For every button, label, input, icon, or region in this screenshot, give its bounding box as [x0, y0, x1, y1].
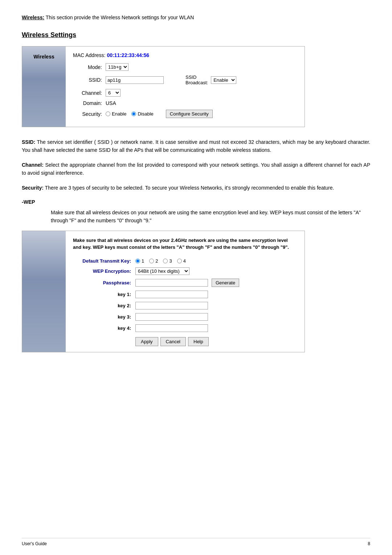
transmit-key-2-label: 2	[155, 258, 158, 264]
page-footer: User's Guide 8	[22, 538, 370, 546]
transmit-key-4-option[interactable]: 4	[177, 258, 186, 264]
header-text: This section provide the Wireless Networ…	[44, 15, 194, 20]
transmit-key-2-radio[interactable]	[149, 259, 154, 263]
transmit-key-1-option[interactable]: 1	[135, 258, 144, 264]
domain-value: USA	[106, 100, 116, 106]
wep-encryption-select[interactable]: 64Bit (10 hex digits) 128Bit (26 hex dig…	[135, 267, 189, 275]
configure-security-button[interactable]: Configure Security	[166, 110, 213, 118]
transmit-key-4-radio[interactable]	[177, 259, 182, 263]
security-radio-group: Enable Disable Configure Security	[106, 110, 213, 118]
mode-select[interactable]: 11b+g 11b 11g	[106, 63, 128, 71]
footer-right: 8	[368, 541, 370, 546]
wep-config-box: Make sure that all wireless devices on y…	[22, 231, 305, 352]
key2-row: key 2:	[73, 302, 297, 309]
wireless-settings-box: Wireless MAC Address: 00:11:22:33:44:56 …	[22, 46, 305, 127]
key1-input[interactable]	[135, 291, 208, 298]
key4-input[interactable]	[135, 324, 208, 332]
ws-sidebar: Wireless	[22, 46, 66, 127]
ssid-input[interactable]	[106, 76, 164, 84]
wep-indent-text: Make sure that all wireless devices on y…	[22, 208, 370, 225]
key4-row: key 4:	[73, 324, 297, 332]
channel-row: Channel: 6 12345 7891011	[73, 89, 297, 97]
passphrase-row: Passphrase: Generate	[73, 279, 297, 287]
domain-row: Domain: USA	[73, 100, 297, 106]
ws-content: MAC Address: 00:11:22:33:44:56 Mode: 11b…	[66, 46, 305, 127]
channel-label: Channel:	[73, 90, 102, 96]
channel-select[interactable]: 6 12345 7891011	[106, 89, 121, 97]
channel-desc-bold: Channel:	[22, 162, 44, 168]
transmit-key-3-radio[interactable]	[163, 259, 168, 263]
security-enable-radio[interactable]	[106, 112, 110, 116]
key1-label: key 1:	[73, 292, 131, 297]
mac-address-row: MAC Address: 00:11:22:33:44:56	[73, 52, 297, 58]
wireless-link: Wireless:	[22, 15, 44, 20]
mac-label: MAC Address:	[73, 52, 107, 58]
transmit-key-1-radio[interactable]	[135, 259, 140, 263]
ssid-field	[106, 76, 164, 84]
key4-label: key 4:	[73, 325, 131, 331]
security-disable-label: Disable	[138, 111, 153, 117]
ssid-desc-text: The service set identifier ( SSID ) or n…	[22, 139, 370, 153]
wep-sidebar	[22, 231, 66, 352]
wep-encryption-row: WEP Encryption: 64Bit (10 hex digits) 12…	[73, 267, 297, 275]
mode-label: Mode:	[73, 64, 102, 70]
footer-left: User's Guide	[22, 541, 47, 546]
ssid-desc-bold: SSID:	[22, 139, 35, 145]
wep-bottom-buttons: Apply Cancel Help	[135, 337, 297, 346]
key2-label: key 2:	[73, 303, 131, 308]
default-transmit-key-row: Default Transmit Key: 1 2 3	[73, 258, 297, 264]
domain-label: Domain:	[73, 100, 102, 106]
security-disable-radio[interactable]	[131, 112, 136, 116]
ssid-broadcast-label: SSIDBroadcast:	[185, 74, 208, 85]
transmit-key-2-option[interactable]: 2	[149, 258, 158, 264]
channel-description: Channel: Select the appropriate channel …	[22, 161, 370, 177]
security-label: Security:	[73, 111, 102, 117]
transmit-key-radio-group: 1 2 3 4	[135, 258, 186, 264]
passphrase-input[interactable]	[135, 279, 208, 287]
security-enable-label: Enable	[112, 111, 126, 117]
help-button[interactable]: Help	[188, 337, 209, 346]
transmit-key-3-option[interactable]: 3	[163, 258, 172, 264]
channel-field: 6 12345 7891011	[106, 89, 121, 97]
page-header: Wireless: This section provide the Wirel…	[22, 15, 370, 20]
key3-label: key 3:	[73, 314, 131, 320]
security-disable-option[interactable]: Disable	[131, 111, 153, 117]
mode-field: 11b+g 11b 11g	[106, 63, 128, 71]
wep-section: -WEP Make sure that all wireless devices…	[22, 199, 370, 352]
ssid-broadcast-group: SSIDBroadcast: Enable Disable	[185, 74, 236, 85]
cancel-button[interactable]: Cancel	[160, 337, 186, 346]
security-desc-text: There are 3 types of security to be sele…	[44, 185, 334, 191]
security-enable-option[interactable]: Enable	[106, 111, 126, 117]
key3-input[interactable]	[135, 313, 208, 321]
wep-title: -WEP	[22, 199, 370, 205]
ws-sidebar-label: Wireless	[33, 54, 54, 60]
transmit-key-3-label: 3	[169, 258, 172, 264]
key1-row: key 1:	[73, 291, 297, 298]
transmit-key-4-label: 4	[183, 258, 186, 264]
wep-content: Make sure that all wireless devices on y…	[66, 231, 305, 352]
ssid-label: SSID:	[73, 77, 102, 83]
apply-button[interactable]: Apply	[135, 337, 158, 346]
key2-input[interactable]	[135, 302, 208, 309]
channel-desc-text: Select the appropriate channel from the …	[22, 162, 370, 176]
generate-button[interactable]: Generate	[212, 279, 239, 287]
key3-row: key 3:	[73, 313, 297, 321]
ssid-row: SSID: SSIDBroadcast: Enable Disable	[73, 74, 297, 85]
passphrase-label: Passphrase:	[73, 280, 131, 285]
wep-info-text: Make sure that all wireless devices on y…	[73, 237, 297, 251]
security-row: Security: Enable Disable Configure Secur…	[73, 110, 297, 118]
default-transmit-key-label: Default Transmit Key:	[73, 258, 131, 264]
section-title: Wireless Settings	[22, 31, 370, 39]
ssid-description: SSID: The service set identifier ( SSID …	[22, 138, 370, 154]
wep-encryption-label: WEP Encryption:	[73, 268, 131, 274]
transmit-key-1-label: 1	[142, 258, 144, 264]
security-desc-bold: Security:	[22, 185, 44, 191]
mac-value: 00:11:22:33:44:56	[107, 52, 149, 58]
mode-row: Mode: 11b+g 11b 11g	[73, 63, 297, 71]
ssid-broadcast-select[interactable]: Enable Disable	[211, 76, 236, 84]
security-description: Security: There are 3 types of security …	[22, 184, 370, 192]
